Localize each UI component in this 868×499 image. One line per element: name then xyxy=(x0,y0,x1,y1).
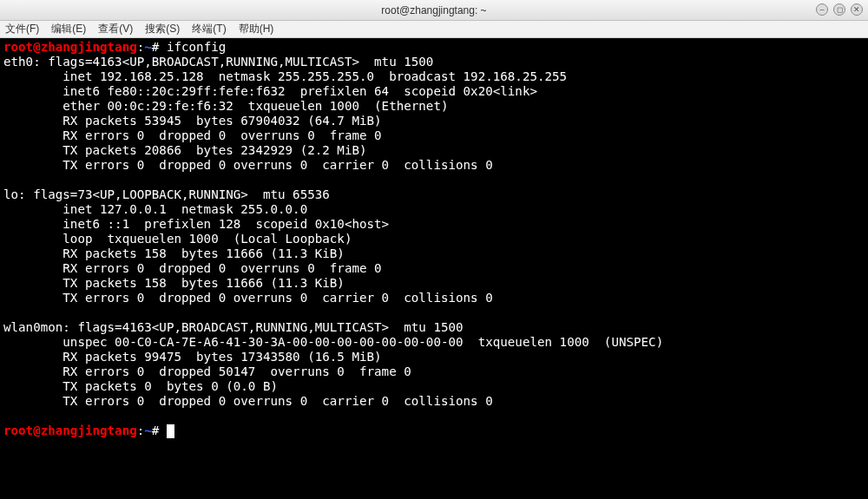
menu-edit[interactable]: 编辑(E) xyxy=(51,22,86,36)
window-controls: – ◻ ✕ xyxy=(816,3,863,16)
menu-search[interactable]: 搜索(S) xyxy=(145,22,180,36)
output-line: TX errors 0 dropped 0 overruns 0 carrier… xyxy=(3,394,493,408)
output-line: RX errors 0 dropped 0 overruns 0 frame 0 xyxy=(3,128,382,142)
output-line: RX packets 53945 bytes 67904032 (64.7 Mi… xyxy=(3,114,382,128)
output-line: RX packets 158 bytes 11666 (11.3 KiB) xyxy=(3,246,345,260)
close-button[interactable]: ✕ xyxy=(851,3,863,16)
menu-terminal[interactable]: 终端(T) xyxy=(192,22,226,36)
prompt-hash: # xyxy=(152,40,160,54)
menu-view[interactable]: 查看(V) xyxy=(98,22,133,36)
menubar: 文件(F) 编辑(E) 查看(V) 搜索(S) 终端(T) 帮助(H) xyxy=(0,21,868,38)
output-line: inet 192.168.25.128 netmask 255.255.255.… xyxy=(3,69,567,83)
output-line: RX errors 0 dropped 50147 overruns 0 fra… xyxy=(3,364,411,378)
output-line: RX errors 0 dropped 0 overruns 0 frame 0 xyxy=(3,261,382,275)
output-line: TX errors 0 dropped 0 overruns 0 carrier… xyxy=(3,291,493,305)
window-title: root@zhangjingtang: ~ xyxy=(381,4,486,16)
terminal-area[interactable]: root@zhangjingtang:~# ifconfig eth0: fla… xyxy=(0,38,868,499)
output-line: lo: flags=73<UP,LOOPBACK,RUNNING> mtu 65… xyxy=(3,187,330,201)
prompt-userhost: root@zhangjingtang xyxy=(3,40,137,54)
menu-file[interactable]: 文件(F) xyxy=(5,22,39,36)
prompt-sep: : xyxy=(137,40,145,54)
titlebar: root@zhangjingtang: ~ – ◻ ✕ xyxy=(0,0,868,21)
prompt-hash: # xyxy=(152,423,160,437)
output-line: TX packets 20866 bytes 2342929 (2.2 MiB) xyxy=(3,143,367,157)
output-line: TX packets 0 bytes 0 (0.0 B) xyxy=(3,379,278,393)
output-line: eth0: flags=4163<UP,BROADCAST,RUNNING,MU… xyxy=(3,55,433,69)
output-line: TX errors 0 dropped 0 overruns 0 carrier… xyxy=(3,158,493,172)
maximize-button[interactable]: ◻ xyxy=(833,3,845,16)
output-line: inet 127.0.0.1 netmask 255.0.0.0 xyxy=(3,202,307,216)
output-line: wlan0mon: flags=4163<UP,BROADCAST,RUNNIN… xyxy=(3,320,464,334)
menu-help[interactable]: 帮助(H) xyxy=(239,22,274,36)
prompt-path: ~ xyxy=(144,423,152,437)
output-line: ether 00:0c:29:fe:f6:32 txqueuelen 1000 … xyxy=(3,99,449,113)
output-line: unspec 00-C0-CA-7E-A6-41-30-3A-00-00-00-… xyxy=(3,335,663,349)
minimize-button[interactable]: – xyxy=(816,3,828,16)
command-text: ifconfig xyxy=(167,40,226,54)
output-line: inet6 ::1 prefixlen 128 scopeid 0x10<hos… xyxy=(3,217,389,231)
output-line: TX packets 158 bytes 11666 (11.3 KiB) xyxy=(3,276,345,290)
prompt-sep: : xyxy=(137,423,145,437)
prompt-path: ~ xyxy=(144,40,152,54)
cursor-icon xyxy=(167,424,174,438)
output-line: inet6 fe80::20c:29ff:fefe:f632 prefixlen… xyxy=(3,84,537,98)
output-line: RX packets 99475 bytes 17343580 (16.5 Mi… xyxy=(3,350,382,364)
prompt-userhost: root@zhangjingtang xyxy=(3,423,137,437)
output-line: loop txqueuelen 1000 (Local Loopback) xyxy=(3,232,352,246)
